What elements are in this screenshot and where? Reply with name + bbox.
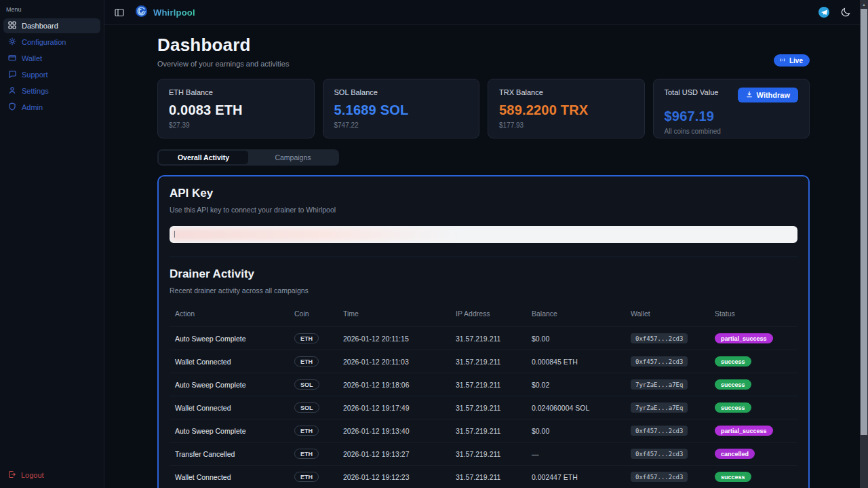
tab-overall-activity[interactable]: Overall Activity	[159, 151, 248, 164]
cell-time: 2026-01-12 19:12:23	[338, 466, 450, 488]
overall-activity-panel: API Key Use this API key to connect your…	[157, 175, 810, 488]
col-header-balance: Balance	[526, 304, 625, 327]
sidebar-item-configuration[interactable]: Configuration	[3, 35, 100, 50]
cell-wallet: 0xf457...2cd3	[625, 443, 709, 466]
sidebar-item-wallet[interactable]: Wallet	[3, 51, 100, 66]
cell-action: Auto Sweep Complete	[170, 373, 289, 396]
table-row: Wallet Connected ETH 2026-01-12 20:11:03…	[170, 350, 797, 373]
logout-button[interactable]: Logout	[3, 468, 49, 483]
wallet-chip: 7yrZaE...a7Eq	[631, 379, 688, 390]
main-content: Dashboard Overview of your earnings and …	[104, 25, 860, 488]
cell-ip: 31.57.219.211	[450, 373, 526, 396]
card-label: Total USD Value	[665, 88, 719, 96]
cell-status: partial_success	[709, 327, 797, 350]
sidebar-item-dashboard[interactable]: Dashboard	[3, 18, 100, 33]
status-badge: partial_success	[715, 333, 773, 343]
wallet-chip: 0xf457...2cd3	[631, 472, 688, 482]
user-icon	[8, 86, 16, 96]
cell-ip: 31.57.219.211	[450, 466, 526, 488]
sidebar-item-label: Settings	[22, 87, 49, 95]
cell-action: Wallet Connected	[170, 350, 289, 373]
activity-table: Action Coin Time IP Address Balance Wall…	[170, 304, 797, 488]
total-usd-sub: All coins combined	[665, 128, 799, 135]
col-header-action: Action	[170, 304, 289, 327]
api-key-redacted-value	[172, 228, 454, 241]
cell-ip: 31.57.219.211	[450, 419, 526, 443]
cell-time: 2026-01-12 19:18:06	[338, 373, 450, 396]
sidebar-item-admin[interactable]: Admin	[3, 100, 100, 115]
balance-cards: ETH Balance 0.0083 ETH $27.39 SOL Balanc…	[157, 79, 810, 138]
scroll-up-arrow-icon[interactable]: ▲	[860, 0, 868, 9]
status-badge: cancelled	[715, 449, 755, 459]
cell-balance: 0.000845 ETH	[526, 350, 625, 373]
trx-balance-usd: $177.93	[499, 121, 633, 129]
drainer-activity-title: Drainer Activity	[170, 267, 797, 281]
activity-table-body: Auto Sweep Complete ETH 2026-01-12 20:11…	[170, 327, 797, 488]
sidebar-item-label: Support	[22, 71, 48, 79]
cell-balance: 0.024060004 SOL	[526, 396, 625, 419]
col-header-status: Status	[709, 304, 797, 327]
cell-coin: SOL	[289, 373, 338, 396]
sidebar-menu-label: Menu	[0, 0, 104, 17]
scrollbar-thumb[interactable]	[861, 9, 867, 435]
wallet-chip: 0xf457...2cd3	[631, 333, 688, 343]
sidebar-item-support[interactable]: Support	[3, 67, 100, 82]
cell-balance: —	[526, 443, 625, 466]
wallet-chip: 0xf457...2cd3	[631, 426, 688, 436]
vertical-scrollbar[interactable]: ▲	[860, 0, 868, 488]
cell-coin: ETH	[289, 466, 338, 488]
cell-status: success	[709, 350, 797, 373]
cell-coin: ETH	[289, 350, 338, 373]
wallet-chip: 0xf457...2cd3	[631, 356, 688, 367]
coin-badge: SOL	[294, 402, 319, 413]
activity-tabs: Overall Activity Campaigns	[157, 149, 339, 166]
table-row: Auto Sweep Complete ETH 2026-01-12 20:11…	[170, 327, 797, 350]
status-badge: success	[715, 472, 751, 482]
cell-status: partial_success	[709, 419, 797, 443]
table-row: Auto Sweep Complete SOL 2026-01-12 19:18…	[170, 373, 797, 396]
api-key-input[interactable]	[170, 226, 797, 243]
api-key-section: API Key Use this API key to connect your…	[170, 187, 797, 257]
moon-icon[interactable]	[841, 7, 850, 17]
cell-time: 2026-01-12 19:13:27	[338, 443, 450, 466]
whirlpool-logo-icon	[135, 5, 148, 20]
cell-wallet: 0xf457...2cd3	[625, 419, 709, 443]
cell-action: Wallet Connected	[170, 466, 289, 488]
eth-balance-value: 0.0083 ETH	[169, 102, 303, 118]
eth-balance-usd: $27.39	[169, 121, 303, 129]
cell-status: success	[709, 396, 797, 419]
cell-wallet: 0xf457...2cd3	[625, 350, 709, 373]
drainer-activity-subtitle: Recent drainer activity across all campa…	[170, 286, 797, 295]
status-badge: success	[715, 379, 751, 390]
sol-balance-card: SOL Balance 5.1689 SOL $747.22	[323, 79, 480, 138]
cell-time: 2026-01-12 19:13:40	[338, 419, 450, 443]
cell-ip: 31.57.219.211	[450, 350, 526, 373]
tab-campaigns[interactable]: Campaigns	[248, 151, 338, 164]
total-usd-value: $967.19	[665, 109, 799, 124]
withdraw-button[interactable]: Withdraw	[738, 88, 798, 102]
cell-balance: 0.002447 ETH	[526, 466, 625, 488]
table-row: Wallet Connected SOL 2026-01-12 19:17:49…	[170, 396, 797, 419]
trx-balance-value: 589.2200 TRX	[499, 102, 633, 118]
cell-wallet: 0xf457...2cd3	[625, 327, 709, 350]
sol-balance-usd: $747.22	[334, 121, 469, 129]
status-badge: success	[715, 402, 751, 413]
live-badge: Live	[774, 54, 810, 67]
sidebar-item-label: Admin	[22, 103, 43, 111]
chat-icon	[8, 70, 16, 79]
drainer-activity-section: Drainer Activity Recent drainer activity…	[170, 257, 797, 488]
trx-balance-card: TRX Balance 589.2200 TRX $177.93	[488, 79, 645, 138]
sidebar-item-label: Dashboard	[22, 22, 58, 30]
total-usd-card: Total USD Value Withdraw $967.19 All coi…	[653, 79, 810, 138]
sidebar-toggle-icon[interactable]	[115, 8, 124, 17]
cell-action: Auto Sweep Complete	[170, 327, 289, 350]
grid-icon	[8, 21, 16, 31]
cell-coin: ETH	[289, 327, 338, 350]
cell-ip: 31.57.219.211	[450, 327, 526, 350]
coin-badge: ETH	[294, 449, 319, 459]
telegram-icon[interactable]	[818, 7, 829, 18]
sidebar-item-settings[interactable]: Settings	[3, 83, 100, 98]
live-badge-label: Live	[789, 57, 803, 64]
sidebar: Menu Dashboard Configuration Wallet Supp…	[0, 0, 104, 488]
page-subtitle: Overview of your earnings and activities	[157, 60, 810, 68]
